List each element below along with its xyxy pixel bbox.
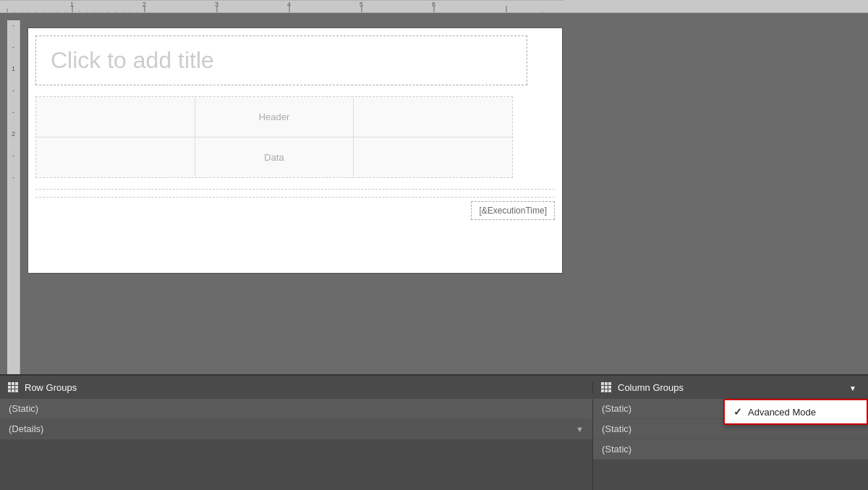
svg-rect-51 (608, 389, 611, 392)
col-groups-header: Column Groups ▼ (593, 381, 868, 394)
report-page: Click to add title Header (27, 28, 563, 274)
svg-rect-38 (12, 386, 14, 389)
title-placeholder[interactable]: Click to add title (35, 35, 527, 85)
svg-rect-42 (15, 389, 18, 392)
col-groups-icon (600, 381, 612, 393)
header-cell-3[interactable] (354, 97, 512, 137)
main-area: - - 1 - - 2 - - Click to add title He (0, 13, 868, 374)
details-dropdown-arrow[interactable]: ▼ (576, 425, 584, 434)
data-cell-1[interactable] (36, 138, 195, 177)
advanced-mode-label: Advanced Mode (748, 407, 816, 418)
svg-rect-47 (605, 386, 608, 389)
execution-time-box[interactable]: [&ExecutionTime] (471, 201, 555, 220)
svg-rect-34 (8, 382, 11, 385)
col-groups-body: (Static) (Static) (Static) ✓ Advanced Mo… (593, 399, 868, 490)
svg-rect-0 (0, 0, 564, 13)
advanced-mode-dropdown: ✓ Advanced Mode (723, 399, 868, 425)
svg-text:4: 4 (287, 1, 291, 8)
svg-text:5: 5 (359, 1, 363, 8)
svg-rect-40 (8, 389, 11, 392)
svg-text:2: 2 (142, 1, 146, 8)
svg-rect-48 (608, 386, 611, 389)
table-header-row: Header (36, 97, 512, 138)
row-groups-header: Row Groups (0, 381, 593, 393)
title-text: Click to add title (51, 47, 214, 73)
panel-header-row: Row Groups Column Groups ▼ (0, 376, 868, 399)
svg-rect-43 (601, 382, 604, 385)
svg-rect-35 (12, 382, 14, 385)
svg-rect-36 (15, 382, 18, 385)
report-canvas: Click to add title Header (20, 20, 868, 374)
svg-text:6: 6 (432, 1, 435, 8)
svg-rect-49 (601, 389, 604, 392)
col-groups-dropdown-button[interactable]: ▼ (845, 381, 861, 394)
col-group-static-3[interactable]: (Static) (593, 439, 868, 460)
ruler-top: 1 2 3 4 5 6 (0, 0, 868, 13)
data-cell-2[interactable]: Data (195, 138, 354, 177)
svg-rect-46 (601, 386, 604, 389)
bottom-panel: Row Groups Column Groups ▼ (0, 374, 868, 490)
header-cell-2[interactable]: Header (195, 97, 354, 137)
separator (35, 189, 555, 190)
svg-text:1: 1 (70, 1, 74, 8)
svg-rect-44 (605, 382, 608, 385)
svg-rect-50 (605, 389, 608, 392)
row-group-details[interactable]: (Details) ▼ (0, 419, 592, 439)
table-data-row: Data (36, 138, 512, 177)
row-groups-icon (7, 381, 19, 393)
svg-rect-45 (608, 382, 611, 385)
svg-rect-37 (8, 386, 11, 389)
advanced-mode-item[interactable]: ✓ Advanced Mode (725, 400, 867, 423)
panel-body: (Static) (Details) ▼ (Static) (Static) (… (0, 399, 868, 490)
svg-rect-41 (12, 389, 14, 392)
row-groups-body: (Static) (Details) ▼ (0, 399, 593, 490)
advanced-mode-checkmark: ✓ (733, 406, 742, 418)
svg-rect-39 (15, 386, 18, 389)
row-group-static[interactable]: (Static) (0, 399, 592, 419)
header-cell-1[interactable] (36, 97, 195, 137)
svg-text:3: 3 (215, 1, 218, 8)
footer-area: [&ExecutionTime] (35, 197, 555, 220)
row-groups-label: Row Groups (25, 382, 77, 393)
data-cell-3[interactable] (354, 138, 512, 177)
col-groups-label: Column Groups (618, 382, 684, 393)
table-container: Header Data (35, 96, 513, 178)
ruler-left: - - 1 - - 2 - - (7, 20, 20, 374)
